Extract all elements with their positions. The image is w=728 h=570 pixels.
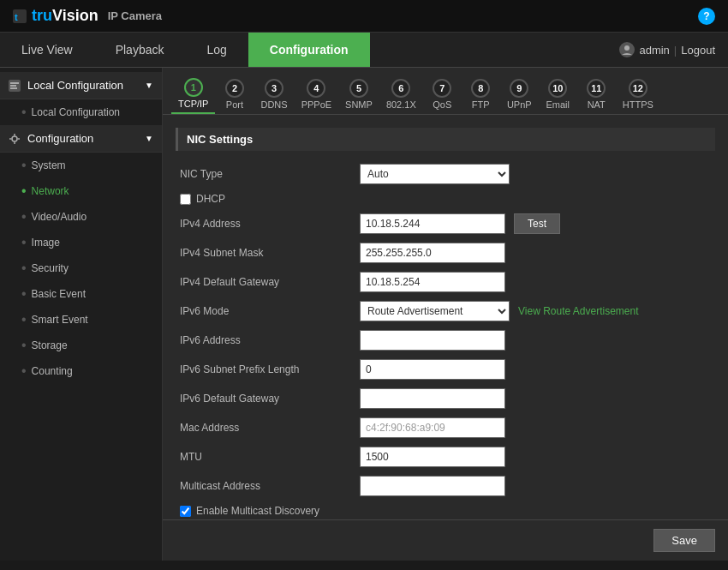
ipv6-mode-label: IPv6 Mode <box>180 305 351 317</box>
multicast-address-row: Multicast Address <box>176 471 715 501</box>
test-button[interactable]: Test <box>514 213 560 234</box>
tab-email-label: Email <box>546 99 570 110</box>
dhcp-checkbox[interactable] <box>180 194 191 205</box>
ipv4-subnet-input[interactable] <box>360 243 505 263</box>
sidebar-section-config: Configuration ▼ System Network Video/Aud… <box>0 125 162 384</box>
tab-ddns[interactable]: 3 DDNS <box>254 75 294 113</box>
ipv6-gateway-row: IPv6 Default Gateway <box>176 384 715 413</box>
sidebar-item-image[interactable]: Image <box>0 230 162 255</box>
sidebar-item-network[interactable]: Network <box>0 178 162 204</box>
save-button[interactable]: Save <box>653 529 715 552</box>
tab-tcpip[interactable]: 1 TCP/IP <box>171 75 215 114</box>
nav-live-view[interactable]: Live View <box>0 33 94 67</box>
ipv6-gateway-input[interactable] <box>360 388 505 409</box>
ipv6-address-input[interactable] <box>360 330 505 351</box>
form-area: NIC Settings NIC Type Auto 10M Half-dup … <box>163 115 728 561</box>
nic-settings-header: NIC Settings <box>176 128 715 151</box>
nic-type-select[interactable]: Auto 10M Half-dup 10M Full-dup 100M Half… <box>360 164 510 184</box>
svg-rect-5 <box>10 85 16 87</box>
nic-type-label: NIC Type <box>180 168 351 180</box>
nav-configuration[interactable]: Configuration <box>248 33 370 67</box>
ipv4-subnet-label: IPv4 Subnet Mask <box>180 247 351 259</box>
sidebar-item-smart-event[interactable]: Smart Event <box>0 307 162 333</box>
tab-snmp-num: 5 <box>349 79 368 98</box>
config-icon <box>9 133 21 145</box>
ipv6-prefix-row: IPv6 Subnet Prefix Length <box>176 355 715 384</box>
sidebar-section-config-label: Configuration <box>27 132 93 145</box>
tab-email[interactable]: 10 Email <box>539 75 577 113</box>
tab-port-num: 2 <box>225 79 244 98</box>
tab-pppoe-label: PPPoE <box>301 99 331 110</box>
tab-ftp[interactable]: 8 FTP <box>462 75 500 113</box>
save-bar: Save <box>163 519 728 561</box>
header-right: ? <box>698 8 715 25</box>
logo-product: IP Camera <box>108 9 162 22</box>
ipv6-mode-select[interactable]: Route Advertisement DHCP Manual <box>360 301 510 321</box>
sidebar: Local Configuration ▼ Local Configuratio… <box>0 68 163 561</box>
sidebar-item-local-configuration[interactable]: Local Configuration <box>0 99 162 125</box>
mtu-label: MTU <box>180 451 351 463</box>
ipv4-subnet-row: IPv4 Subnet Mask <box>176 238 715 267</box>
sidebar-item-storage[interactable]: Storage <box>0 333 162 358</box>
tab-ftp-label: FTP <box>472 99 490 110</box>
tab-ddns-label: DDNS <box>260 99 287 110</box>
sidebar-item-video-audio[interactable]: Video/Audio <box>0 204 162 230</box>
mac-address-row: Mac Address <box>176 413 715 442</box>
tab-https[interactable]: 12 HTTPS <box>616 75 660 113</box>
ipv6-address-label: IPv6 Address <box>180 334 351 346</box>
tab-https-label: HTTPS <box>623 99 653 110</box>
header: t truVision IP Camera ? <box>0 0 728 33</box>
svg-point-7 <box>12 136 17 141</box>
mac-address-input[interactable] <box>360 417 505 438</box>
sidebar-header-config[interactable]: Configuration ▼ <box>0 125 162 153</box>
mac-address-label: Mac Address <box>180 422 351 434</box>
main-nav: Live View Playback Log Configuration adm… <box>0 33 728 68</box>
sidebar-item-counting[interactable]: Counting <box>0 358 162 384</box>
mtu-input[interactable] <box>360 447 505 467</box>
ipv4-gateway-input[interactable] <box>360 272 505 292</box>
multicast-address-input[interactable] <box>360 476 505 496</box>
logo-tru: truVision <box>32 7 98 25</box>
tab-8021x[interactable]: 6 802.1X <box>379 75 423 113</box>
tab-port-label: Port <box>226 99 243 110</box>
sidebar-item-basic-event[interactable]: Basic Event <box>0 281 162 307</box>
tab-nat-label: NAT <box>588 99 606 110</box>
sidebar-item-security[interactable]: Security <box>0 255 162 281</box>
sidebar-section-local: Local Configuration ▼ Local Configuratio… <box>0 72 162 125</box>
local-config-icon <box>9 80 21 92</box>
tab-qos[interactable]: 7 QoS <box>423 75 462 113</box>
nav-log[interactable]: Log <box>185 33 248 67</box>
logo-icon: t <box>13 9 27 23</box>
ipv6-gateway-label: IPv6 Default Gateway <box>180 393 351 405</box>
ipv6-address-row: IPv6 Address <box>176 326 715 355</box>
tab-email-num: 10 <box>548 79 567 98</box>
help-button[interactable]: ? <box>698 8 715 25</box>
enable-multicast-row: Enable Multicast Discovery <box>176 501 715 521</box>
sidebar-header-local[interactable]: Local Configuration ▼ <box>0 72 162 99</box>
user-icon <box>619 42 635 57</box>
view-route-link[interactable]: View Route Advertisement <box>518 305 639 317</box>
ipv6-mode-row: IPv6 Mode Route Advertisement DHCP Manua… <box>176 297 715 326</box>
logout-button[interactable]: Logout <box>681 44 715 57</box>
tab-port[interactable]: 2 Port <box>215 75 254 113</box>
tab-8021x-num: 6 <box>391 79 410 98</box>
tab-upnp[interactable]: 9 UPnP <box>500 75 539 113</box>
content-area: 1 TCP/IP 2 Port 3 DDNS 4 PPPoE 5 SNMP 6 … <box>163 68 728 561</box>
user-label: admin <box>639 44 669 57</box>
nav-playback[interactable]: Playback <box>94 33 186 67</box>
ipv4-gateway-label: IPv4 Default Gateway <box>180 276 351 288</box>
sidebar-item-system[interactable]: System <box>0 153 162 178</box>
tab-qos-num: 7 <box>433 79 451 98</box>
enable-multicast-checkbox[interactable] <box>180 506 191 517</box>
ipv4-address-row: IPv4 Address Test <box>176 209 715 238</box>
logo: t truVision IP Camera <box>13 7 162 25</box>
tab-snmp-label: SNMP <box>345 99 373 110</box>
ipv4-address-input[interactable] <box>360 213 505 234</box>
sidebar-section-local-label: Local Configuration <box>27 79 123 92</box>
mtu-row: MTU <box>176 442 715 471</box>
ipv6-prefix-input[interactable] <box>360 359 505 380</box>
sidebar-config-chevron: ▼ <box>145 134 153 143</box>
tab-nat[interactable]: 11 NAT <box>577 75 616 113</box>
tab-snmp[interactable]: 5 SNMP <box>338 75 379 113</box>
tab-pppoe[interactable]: 4 PPPoE <box>295 75 338 113</box>
